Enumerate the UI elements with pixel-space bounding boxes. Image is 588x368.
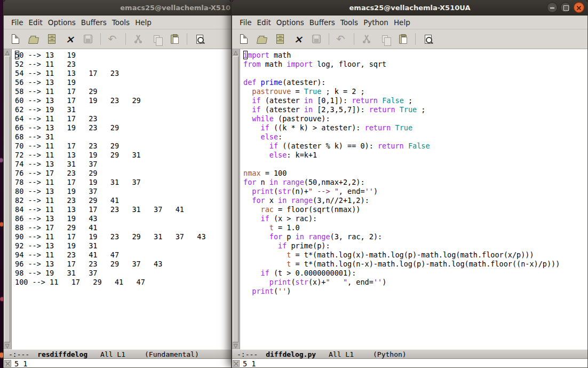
text-buffer-resdiffdelog[interactable]: 50 --> 13 1952 --> 11 2354 --> 11 13 17 … (12, 49, 232, 349)
titlebar-right[interactable]: emacs25@vellachemla-X510UA (232, 0, 588, 15)
buffer-line: 86 --> 13 19 43 (15, 214, 232, 223)
file-cabinet-icon (48, 34, 55, 44)
maximize-button[interactable] (560, 2, 571, 13)
buffer-line: 94 --> 11 23 41 47 (15, 250, 232, 260)
menu-help[interactable]: Help (132, 17, 154, 28)
buffer-line: 68 --> 31 (15, 132, 232, 142)
paste-clipboard-button[interactable] (396, 32, 410, 46)
menu-options[interactable]: Options (274, 17, 307, 28)
modeline-left[interactable]: -:--- resdiffdelog All L1 (Fundamental) (3, 349, 232, 359)
copy-pages-icon (154, 35, 160, 43)
code-line: else: (243, 132, 588, 142)
buffer-line: 66 --> 13 19 23 29 (15, 123, 232, 132)
close-x-icon: × (66, 33, 74, 45)
toolbar-separator (329, 33, 329, 45)
modeline-major-mode: (Fundamental) (145, 350, 199, 358)
modeline-right[interactable]: -:--- diffdelog.py All L1 (Python) (232, 349, 588, 359)
modeline-coding: -:--- (9, 350, 29, 358)
close-x-icon: × (294, 33, 303, 45)
menu-edit[interactable]: Edit (255, 17, 274, 28)
toolbar-separator (125, 33, 126, 45)
menu-help[interactable]: Help (391, 17, 413, 28)
menu-python[interactable]: Python (361, 17, 391, 28)
code-line: print(str(n)+" --> ", end='') (243, 187, 588, 196)
buffer-top-indicator-icon: △ (5, 50, 10, 56)
open-folder-button[interactable] (27, 32, 41, 46)
close-button[interactable] (574, 2, 584, 13)
text-cursor: 5 (15, 51, 19, 59)
menu-tools[interactable]: Tools (338, 17, 361, 28)
modeline-position: All L1 (329, 350, 354, 358)
code-line: if (atester in [0,1]): return False ; (243, 96, 588, 105)
buffer-line: 70 --> 11 17 23 29 (15, 142, 232, 151)
cut-scissors-button[interactable] (360, 32, 374, 46)
menu-file[interactable]: File (9, 17, 26, 28)
code-line: from math import log, floor, sqrt (243, 60, 588, 69)
scrollbar-thumb[interactable] (4, 56, 10, 342)
save-floppy-button[interactable] (309, 32, 323, 46)
undo-arrow-button[interactable]: ↷ (335, 32, 348, 46)
titlebar-left[interactable]: emacs25@vellachemla-X510 (3, 0, 232, 15)
paste-clipboard-button[interactable] (168, 32, 181, 46)
code-line: t = t*(math.log(n-x)-math.log(p)-math.lo… (243, 260, 588, 269)
code-line: while (pastrouve): (243, 114, 588, 123)
close-x-button[interactable]: × (291, 32, 305, 46)
echo-fringe-icon (4, 360, 11, 367)
code-line: if (t > 0.0000000001): (243, 269, 588, 278)
emacs-window-right: emacs25@vellachemla-X510UA FileEditOptio… (232, 0, 588, 368)
code-line: rac = floor(sqrt(nmax)) (243, 205, 588, 214)
menu-buffers[interactable]: Buffers (307, 17, 338, 28)
open-folder-button[interactable] (255, 32, 269, 46)
toolbar-separator (187, 33, 187, 45)
scrollbar-right[interactable]: △ ▽ (232, 49, 240, 349)
code-line: t = 1.0 (243, 223, 588, 232)
code-line: print('') (243, 287, 588, 296)
copy-pages-icon (382, 35, 388, 43)
undo-arrow-icon: ↷ (337, 33, 346, 45)
cut-scissors-icon (362, 35, 371, 43)
file-cabinet-button[interactable] (273, 32, 287, 46)
menu-file[interactable]: File (237, 17, 255, 28)
buffer-line: 88 --> 17 29 41 (15, 223, 232, 232)
copy-pages-button[interactable] (378, 32, 392, 46)
code-line: if (atester in [2,3,5,7]): return True ; (243, 105, 588, 114)
buffer-line: 50 --> 13 19 (15, 51, 232, 60)
new-file-button[interactable] (237, 32, 251, 46)
minimize-button[interactable] (547, 2, 558, 13)
buffer-line: 84 --> 11 13 17 23 31 37 41 (15, 205, 232, 214)
buffer-line: 64 --> 11 17 23 (15, 114, 232, 123)
toolbar-separator (354, 33, 354, 45)
buffer-line: 62 --> 19 31 (15, 105, 232, 114)
code-line (243, 69, 588, 78)
paste-clipboard-icon (399, 35, 407, 44)
search-magnifier-button[interactable] (421, 32, 435, 46)
save-floppy-button[interactable] (81, 32, 95, 46)
buffer-bottom-indicator-icon: ▽ (5, 343, 10, 349)
open-folder-icon (257, 37, 267, 44)
buffer-line: 76 --> 17 23 29 (15, 169, 232, 178)
echo-area-left[interactable]: 5 1 (3, 359, 232, 368)
menu-tools[interactable]: Tools (109, 17, 132, 28)
menu-buffers[interactable]: Buffers (78, 17, 109, 28)
window-controls (547, 2, 584, 13)
scrollbar-thumb[interactable] (233, 56, 239, 342)
emacs-window-left: emacs25@vellachemla-X510 FileEditOptions… (3, 0, 232, 368)
scrollbar-left[interactable]: △ ▽ (3, 49, 12, 349)
menu-options[interactable]: Options (45, 17, 78, 28)
file-cabinet-button[interactable] (45, 32, 59, 46)
new-file-button[interactable] (9, 32, 22, 46)
menu-edit[interactable]: Edit (26, 17, 45, 28)
buffer-line: 100 --> 11 17 29 41 47 (15, 278, 232, 287)
text-buffer-diffdelog-py[interactable]: import mathfrom math import log, floor, … (240, 49, 588, 349)
cut-scissors-button[interactable] (131, 32, 145, 46)
copy-pages-button[interactable] (149, 32, 163, 46)
code-line: if prime(p): (243, 241, 588, 250)
undo-arrow-button[interactable]: ↷ (106, 32, 120, 46)
buffer-line: 58 --> 11 17 29 (15, 87, 232, 96)
echo-fringe-icon (233, 360, 240, 367)
close-x-button[interactable]: × (63, 32, 77, 46)
search-magnifier-button[interactable] (193, 32, 206, 46)
code-line: import math (243, 51, 588, 60)
echo-area-right[interactable]: 5 1 (232, 359, 588, 368)
code-line: for x in range(3,n//2+1,2): (243, 196, 588, 205)
